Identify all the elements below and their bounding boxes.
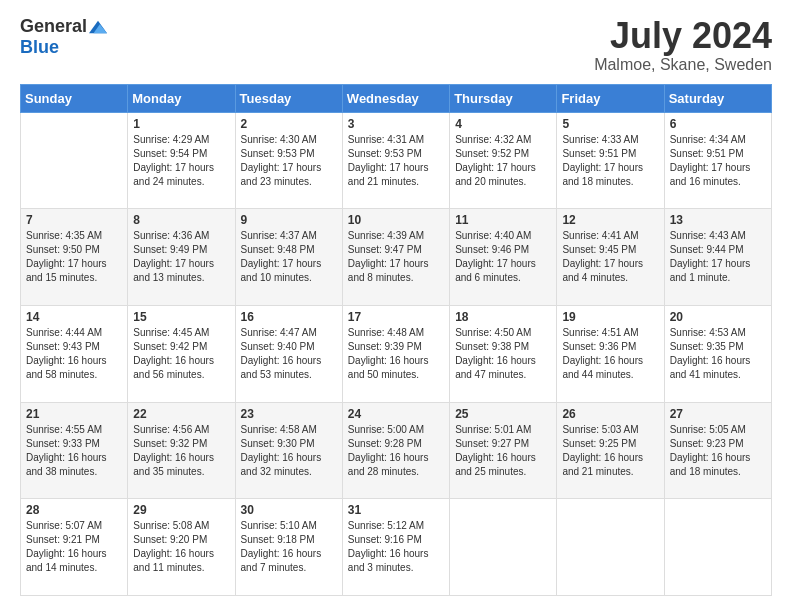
day-info: Sunrise: 5:03 AM Sunset: 9:25 PM Dayligh…	[562, 423, 658, 479]
day-info: Sunrise: 5:00 AM Sunset: 9:28 PM Dayligh…	[348, 423, 444, 479]
day-number: 30	[241, 503, 337, 517]
calendar-cell: 21Sunrise: 4:55 AM Sunset: 9:33 PM Dayli…	[21, 402, 128, 499]
calendar-cell: 1Sunrise: 4:29 AM Sunset: 9:54 PM Daylig…	[128, 112, 235, 209]
calendar-cell: 31Sunrise: 5:12 AM Sunset: 9:16 PM Dayli…	[342, 499, 449, 596]
day-number: 1	[133, 117, 229, 131]
day-number: 20	[670, 310, 766, 324]
day-number: 18	[455, 310, 551, 324]
calendar-cell: 9Sunrise: 4:37 AM Sunset: 9:48 PM Daylig…	[235, 209, 342, 306]
day-info: Sunrise: 4:47 AM Sunset: 9:40 PM Dayligh…	[241, 326, 337, 382]
page-header: General Blue July 2024 Malmoe, Skane, Sw…	[20, 16, 772, 74]
day-header-friday: Friday	[557, 84, 664, 112]
day-number: 5	[562, 117, 658, 131]
day-info: Sunrise: 4:58 AM Sunset: 9:30 PM Dayligh…	[241, 423, 337, 479]
day-header-wednesday: Wednesday	[342, 84, 449, 112]
calendar-cell	[21, 112, 128, 209]
month-title: July 2024	[594, 16, 772, 56]
day-number: 13	[670, 213, 766, 227]
day-info: Sunrise: 5:01 AM Sunset: 9:27 PM Dayligh…	[455, 423, 551, 479]
day-info: Sunrise: 4:34 AM Sunset: 9:51 PM Dayligh…	[670, 133, 766, 189]
day-number: 8	[133, 213, 229, 227]
day-number: 11	[455, 213, 551, 227]
day-number: 23	[241, 407, 337, 421]
calendar-cell: 26Sunrise: 5:03 AM Sunset: 9:25 PM Dayli…	[557, 402, 664, 499]
day-number: 25	[455, 407, 551, 421]
day-number: 29	[133, 503, 229, 517]
calendar-cell: 15Sunrise: 4:45 AM Sunset: 9:42 PM Dayli…	[128, 305, 235, 402]
day-info: Sunrise: 4:39 AM Sunset: 9:47 PM Dayligh…	[348, 229, 444, 285]
day-number: 12	[562, 213, 658, 227]
day-info: Sunrise: 5:12 AM Sunset: 9:16 PM Dayligh…	[348, 519, 444, 575]
day-info: Sunrise: 4:40 AM Sunset: 9:46 PM Dayligh…	[455, 229, 551, 285]
calendar-cell: 13Sunrise: 4:43 AM Sunset: 9:44 PM Dayli…	[664, 209, 771, 306]
calendar-cell: 6Sunrise: 4:34 AM Sunset: 9:51 PM Daylig…	[664, 112, 771, 209]
day-number: 2	[241, 117, 337, 131]
day-number: 9	[241, 213, 337, 227]
day-info: Sunrise: 4:41 AM Sunset: 9:45 PM Dayligh…	[562, 229, 658, 285]
calendar-cell: 4Sunrise: 4:32 AM Sunset: 9:52 PM Daylig…	[450, 112, 557, 209]
calendar-cell: 7Sunrise: 4:35 AM Sunset: 9:50 PM Daylig…	[21, 209, 128, 306]
logo-general-text: General	[20, 16, 87, 37]
calendar-cell: 16Sunrise: 4:47 AM Sunset: 9:40 PM Dayli…	[235, 305, 342, 402]
calendar-cell: 10Sunrise: 4:39 AM Sunset: 9:47 PM Dayli…	[342, 209, 449, 306]
day-number: 31	[348, 503, 444, 517]
calendar-cell: 3Sunrise: 4:31 AM Sunset: 9:53 PM Daylig…	[342, 112, 449, 209]
day-info: Sunrise: 4:44 AM Sunset: 9:43 PM Dayligh…	[26, 326, 122, 382]
day-number: 16	[241, 310, 337, 324]
day-info: Sunrise: 4:36 AM Sunset: 9:49 PM Dayligh…	[133, 229, 229, 285]
day-number: 21	[26, 407, 122, 421]
day-number: 22	[133, 407, 229, 421]
day-info: Sunrise: 4:35 AM Sunset: 9:50 PM Dayligh…	[26, 229, 122, 285]
day-header-saturday: Saturday	[664, 84, 771, 112]
day-number: 26	[562, 407, 658, 421]
day-info: Sunrise: 5:08 AM Sunset: 9:20 PM Dayligh…	[133, 519, 229, 575]
day-number: 28	[26, 503, 122, 517]
day-number: 6	[670, 117, 766, 131]
calendar-cell: 23Sunrise: 4:58 AM Sunset: 9:30 PM Dayli…	[235, 402, 342, 499]
logo: General Blue	[20, 16, 107, 58]
calendar-cell: 25Sunrise: 5:01 AM Sunset: 9:27 PM Dayli…	[450, 402, 557, 499]
day-number: 19	[562, 310, 658, 324]
title-block: July 2024 Malmoe, Skane, Sweden	[594, 16, 772, 74]
calendar-cell: 20Sunrise: 4:53 AM Sunset: 9:35 PM Dayli…	[664, 305, 771, 402]
day-info: Sunrise: 4:31 AM Sunset: 9:53 PM Dayligh…	[348, 133, 444, 189]
day-info: Sunrise: 4:51 AM Sunset: 9:36 PM Dayligh…	[562, 326, 658, 382]
calendar-cell: 8Sunrise: 4:36 AM Sunset: 9:49 PM Daylig…	[128, 209, 235, 306]
day-number: 4	[455, 117, 551, 131]
day-info: Sunrise: 4:53 AM Sunset: 9:35 PM Dayligh…	[670, 326, 766, 382]
day-info: Sunrise: 4:50 AM Sunset: 9:38 PM Dayligh…	[455, 326, 551, 382]
calendar-cell: 28Sunrise: 5:07 AM Sunset: 9:21 PM Dayli…	[21, 499, 128, 596]
calendar-cell: 30Sunrise: 5:10 AM Sunset: 9:18 PM Dayli…	[235, 499, 342, 596]
day-info: Sunrise: 5:10 AM Sunset: 9:18 PM Dayligh…	[241, 519, 337, 575]
calendar-cell: 22Sunrise: 4:56 AM Sunset: 9:32 PM Dayli…	[128, 402, 235, 499]
day-header-thursday: Thursday	[450, 84, 557, 112]
day-number: 7	[26, 213, 122, 227]
day-header-sunday: Sunday	[21, 84, 128, 112]
day-number: 24	[348, 407, 444, 421]
calendar-cell: 2Sunrise: 4:30 AM Sunset: 9:53 PM Daylig…	[235, 112, 342, 209]
day-number: 27	[670, 407, 766, 421]
day-info: Sunrise: 4:37 AM Sunset: 9:48 PM Dayligh…	[241, 229, 337, 285]
day-header-monday: Monday	[128, 84, 235, 112]
day-info: Sunrise: 4:30 AM Sunset: 9:53 PM Dayligh…	[241, 133, 337, 189]
day-info: Sunrise: 5:05 AM Sunset: 9:23 PM Dayligh…	[670, 423, 766, 479]
day-info: Sunrise: 4:45 AM Sunset: 9:42 PM Dayligh…	[133, 326, 229, 382]
day-info: Sunrise: 4:29 AM Sunset: 9:54 PM Dayligh…	[133, 133, 229, 189]
day-info: Sunrise: 4:56 AM Sunset: 9:32 PM Dayligh…	[133, 423, 229, 479]
calendar-cell: 14Sunrise: 4:44 AM Sunset: 9:43 PM Dayli…	[21, 305, 128, 402]
calendar-table: SundayMondayTuesdayWednesdayThursdayFrid…	[20, 84, 772, 596]
day-number: 3	[348, 117, 444, 131]
day-info: Sunrise: 5:07 AM Sunset: 9:21 PM Dayligh…	[26, 519, 122, 575]
day-info: Sunrise: 4:43 AM Sunset: 9:44 PM Dayligh…	[670, 229, 766, 285]
day-info: Sunrise: 4:48 AM Sunset: 9:39 PM Dayligh…	[348, 326, 444, 382]
day-info: Sunrise: 4:55 AM Sunset: 9:33 PM Dayligh…	[26, 423, 122, 479]
logo-blue-text: Blue	[20, 37, 59, 58]
day-header-tuesday: Tuesday	[235, 84, 342, 112]
calendar-cell: 19Sunrise: 4:51 AM Sunset: 9:36 PM Dayli…	[557, 305, 664, 402]
calendar-cell: 11Sunrise: 4:40 AM Sunset: 9:46 PM Dayli…	[450, 209, 557, 306]
calendar-cell	[557, 499, 664, 596]
day-number: 10	[348, 213, 444, 227]
day-info: Sunrise: 4:33 AM Sunset: 9:51 PM Dayligh…	[562, 133, 658, 189]
calendar-cell: 17Sunrise: 4:48 AM Sunset: 9:39 PM Dayli…	[342, 305, 449, 402]
calendar-cell: 29Sunrise: 5:08 AM Sunset: 9:20 PM Dayli…	[128, 499, 235, 596]
